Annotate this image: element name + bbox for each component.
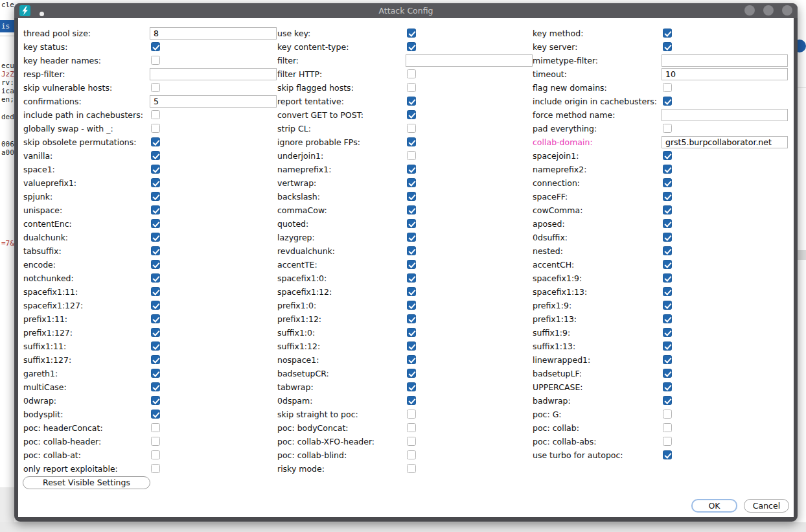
setting-checkbox[interactable] <box>663 246 672 255</box>
setting-checkbox[interactable] <box>663 205 672 214</box>
setting-checkbox[interactable] <box>663 423 672 432</box>
setting-checkbox[interactable] <box>407 328 416 337</box>
setting-checkbox[interactable] <box>151 192 160 201</box>
setting-checkbox[interactable] <box>663 151 672 160</box>
setting-checkbox[interactable] <box>407 369 416 378</box>
setting-checkbox[interactable] <box>407 69 416 78</box>
setting-checkbox[interactable] <box>407 165 416 174</box>
setting-checkbox[interactable] <box>407 396 416 405</box>
setting-checkbox[interactable] <box>407 219 416 228</box>
setting-checkbox[interactable] <box>407 97 416 106</box>
setting-checkbox[interactable] <box>407 341 416 351</box>
setting-checkbox[interactable] <box>151 382 160 391</box>
window-control-button[interactable] <box>782 5 792 16</box>
setting-checkbox[interactable] <box>407 29 416 38</box>
setting-input[interactable] <box>662 109 788 121</box>
setting-checkbox[interactable] <box>151 287 160 296</box>
setting-checkbox[interactable] <box>663 328 672 337</box>
setting-checkbox[interactable] <box>663 301 672 310</box>
setting-checkbox[interactable] <box>151 410 160 419</box>
setting-checkbox[interactable] <box>151 124 160 133</box>
setting-checkbox[interactable] <box>663 341 672 351</box>
setting-checkbox[interactable] <box>151 137 160 146</box>
setting-input[interactable] <box>662 136 788 148</box>
setting-checkbox[interactable] <box>151 328 160 337</box>
setting-checkbox[interactable] <box>151 83 160 92</box>
setting-checkbox[interactable] <box>151 110 160 119</box>
setting-checkbox[interactable] <box>407 437 416 446</box>
setting-input[interactable] <box>662 54 788 67</box>
setting-checkbox[interactable] <box>663 396 672 405</box>
setting-checkbox[interactable] <box>663 124 672 133</box>
setting-checkbox[interactable] <box>407 410 416 419</box>
setting-checkbox[interactable] <box>407 246 416 255</box>
setting-checkbox[interactable] <box>407 42 416 51</box>
setting-checkbox[interactable] <box>151 233 160 242</box>
setting-checkbox[interactable] <box>663 219 672 228</box>
setting-checkbox[interactable] <box>151 246 160 255</box>
setting-checkbox[interactable] <box>151 369 160 378</box>
setting-checkbox[interactable] <box>407 260 416 269</box>
setting-checkbox[interactable] <box>663 450 672 459</box>
setting-checkbox[interactable] <box>407 124 416 133</box>
window-control-button[interactable] <box>763 5 774 16</box>
setting-checkbox[interactable] <box>407 205 416 214</box>
cancel-button[interactable]: Cancel <box>744 499 789 513</box>
setting-checkbox[interactable] <box>151 450 160 459</box>
setting-input[interactable] <box>150 27 277 40</box>
setting-input[interactable] <box>150 68 277 80</box>
setting-checkbox[interactable] <box>407 273 416 283</box>
setting-checkbox[interactable] <box>663 29 672 38</box>
setting-checkbox[interactable] <box>407 233 416 242</box>
setting-checkbox[interactable] <box>151 273 160 283</box>
setting-checkbox[interactable] <box>407 110 416 119</box>
setting-checkbox[interactable] <box>407 83 416 92</box>
setting-checkbox[interactable] <box>663 355 672 364</box>
setting-checkbox[interactable] <box>151 205 160 214</box>
reset-visible-settings-button[interactable]: Reset Visible Settings <box>23 476 150 489</box>
setting-input[interactable] <box>662 68 788 80</box>
setting-input[interactable] <box>406 54 533 67</box>
setting-checkbox[interactable] <box>663 382 672 391</box>
setting-checkbox[interactable] <box>663 83 672 92</box>
setting-checkbox[interactable] <box>407 137 416 146</box>
setting-checkbox[interactable] <box>663 97 672 106</box>
setting-checkbox[interactable] <box>407 464 416 473</box>
setting-checkbox[interactable] <box>151 437 160 446</box>
setting-checkbox[interactable] <box>407 178 416 187</box>
setting-checkbox[interactable] <box>151 165 160 174</box>
titlebar[interactable]: Attack Config <box>14 3 798 18</box>
setting-checkbox[interactable] <box>151 219 160 228</box>
setting-checkbox[interactable] <box>407 287 416 296</box>
setting-checkbox[interactable] <box>663 233 672 242</box>
setting-checkbox[interactable] <box>407 423 416 432</box>
ok-button[interactable]: OK <box>691 499 737 513</box>
setting-checkbox[interactable] <box>151 464 160 473</box>
setting-checkbox[interactable] <box>151 341 160 351</box>
setting-checkbox[interactable] <box>663 314 672 323</box>
setting-checkbox[interactable] <box>663 437 672 446</box>
setting-checkbox[interactable] <box>663 260 672 269</box>
setting-checkbox[interactable] <box>663 369 672 378</box>
setting-checkbox[interactable] <box>663 410 672 419</box>
setting-checkbox[interactable] <box>151 151 160 160</box>
setting-checkbox[interactable] <box>151 396 160 405</box>
setting-checkbox[interactable] <box>663 192 672 201</box>
setting-checkbox[interactable] <box>407 151 416 160</box>
setting-checkbox[interactable] <box>407 355 416 364</box>
setting-checkbox[interactable] <box>151 301 160 310</box>
setting-checkbox[interactable] <box>151 178 160 187</box>
setting-checkbox[interactable] <box>151 42 160 51</box>
setting-input[interactable] <box>150 95 277 108</box>
setting-checkbox[interactable] <box>407 314 416 323</box>
setting-checkbox[interactable] <box>663 165 672 174</box>
setting-checkbox[interactable] <box>151 314 160 323</box>
setting-checkbox[interactable] <box>151 56 160 65</box>
window-control-button[interactable] <box>744 5 755 16</box>
setting-checkbox[interactable] <box>407 450 416 459</box>
setting-checkbox[interactable] <box>663 42 672 51</box>
setting-checkbox[interactable] <box>407 192 416 201</box>
setting-checkbox[interactable] <box>407 382 416 391</box>
setting-checkbox[interactable] <box>663 273 672 283</box>
setting-checkbox[interactable] <box>151 355 160 364</box>
